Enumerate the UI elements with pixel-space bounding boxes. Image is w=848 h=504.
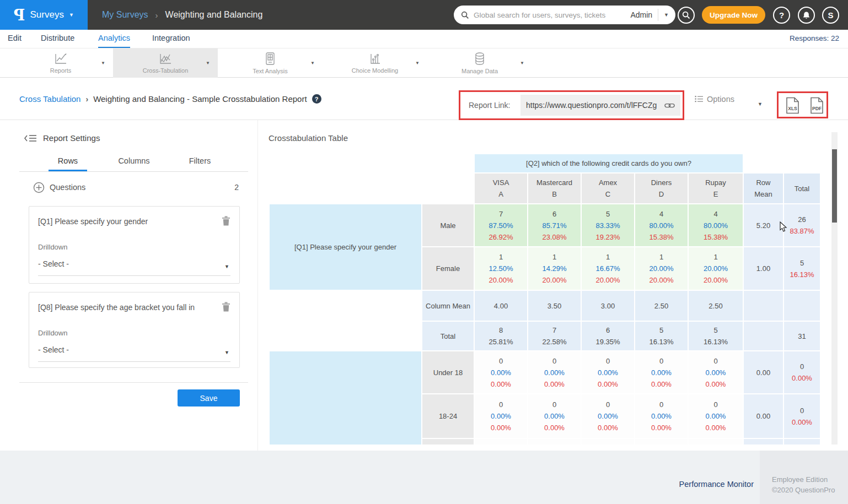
global-search: Admin ▼	[454, 6, 675, 24]
nav-edit[interactable]: Edit	[8, 30, 22, 48]
report-link-field[interactable]: https://www.questionpro.com/t/lFFCZg	[520, 95, 680, 116]
toolbar-choice-modelling[interactable]: Choice Modelling ▼	[323, 48, 427, 78]
collapse-panel-icon[interactable]	[23, 134, 37, 143]
breadcrumb-separator-icon: ›	[155, 10, 158, 20]
data-cell: 00.00%0.00%	[475, 351, 527, 393]
help-button[interactable]: ?	[773, 7, 790, 24]
toolbar-label: Text Analysis	[253, 68, 288, 74]
data-cell: 00.00%0.00%	[635, 351, 688, 393]
edition-info: Employee Edition ©2020 QuestionPro	[772, 474, 835, 495]
survey-nav: Edit Distribute Analytics Integration Re…	[0, 30, 848, 48]
total-cell: 00.00%	[784, 394, 820, 438]
product-switcher[interactable]: P Surveys ▼	[0, 0, 88, 30]
chevron-down-icon[interactable]: ▼	[415, 61, 420, 66]
toolbar-manage-data[interactable]: Manage Data ▼	[427, 48, 532, 78]
performance-monitor-link[interactable]: Performance Monitor	[640, 480, 754, 489]
analytics-toolbar: Reports ▼ Cross-Tabulation ▼ Text Analys…	[0, 48, 848, 78]
data-cell: 3.50	[528, 291, 581, 321]
delete-question-icon[interactable]	[222, 216, 230, 226]
questions-count: 2	[234, 183, 239, 192]
data-cell: 480.00%15.38%	[635, 204, 688, 246]
drilldown-select[interactable]: - Select - ▼	[38, 345, 230, 362]
data-cell: 00.00%0.00%	[528, 351, 581, 393]
data-cell: 00.00%0.00%	[689, 351, 743, 393]
delete-question-icon[interactable]	[222, 302, 230, 312]
pdf-file-icon: PDF	[809, 97, 824, 114]
chevron-down-icon: ▼	[224, 264, 229, 269]
crosstab-title: Crosstabulation Table	[269, 133, 348, 143]
question-title: [Q8] Please specify the age bracket you …	[38, 303, 214, 312]
total-cell	[784, 291, 820, 321]
drilldown-label: Drilldown	[38, 243, 67, 251]
tab-filters[interactable]: Filters	[179, 156, 221, 171]
row-mean-cell: 1.00	[744, 247, 783, 290]
question-card-q8: [Q8] Please specify the age bracket you …	[29, 292, 240, 368]
total-cell: 2683.87%	[784, 204, 820, 246]
toolbar-cross-tabulation[interactable]: Cross-Tabulation ▼	[113, 48, 218, 78]
export-xls-button[interactable]: XLS	[785, 97, 800, 114]
global-search-input[interactable]	[474, 11, 630, 19]
data-cell: 00.00%0.00%	[582, 351, 634, 393]
account-avatar[interactable]: S	[822, 7, 839, 24]
total-cell: 00.00%	[784, 351, 820, 393]
search-button[interactable]	[678, 7, 695, 24]
tab-divider	[19, 171, 248, 172]
search-divider	[658, 9, 658, 21]
options-button[interactable]: Options	[695, 78, 734, 120]
row-label-cell: 18-24	[422, 394, 474, 438]
nav-integration[interactable]: Integration	[152, 30, 190, 48]
column-header-rupay: RupayE	[689, 174, 743, 203]
chevron-down-icon[interactable]: ▼	[310, 61, 315, 66]
chevron-down-icon[interactable]: ▼	[520, 61, 524, 66]
data-cell: 114.29%20.00%	[528, 247, 581, 290]
toolbar-label: Reports	[50, 67, 72, 74]
upgrade-now-button[interactable]: Upgrade Now	[702, 6, 765, 24]
data-cell: 722.58%	[528, 322, 581, 350]
help-icon[interactable]: ?	[312, 94, 321, 104]
data-cell: 480.00%15.38%	[689, 204, 743, 246]
chevron-down-icon[interactable]: ▼	[101, 61, 105, 66]
cross-tabulation-link[interactable]: Cross Tabulation	[19, 94, 80, 104]
report-settings-title: Report Settings	[43, 133, 100, 143]
save-button[interactable]: Save	[178, 389, 240, 407]
column-header-amex: AmexC	[582, 174, 634, 203]
row-mean-cell: 0.00	[744, 394, 783, 438]
nav-analytics[interactable]: Analytics	[98, 30, 130, 48]
data-cell	[635, 439, 688, 445]
question-mark-icon: ?	[779, 10, 784, 20]
export-pdf-button[interactable]: PDF	[809, 97, 824, 114]
question-title: [Q1] Please specify your gender	[38, 217, 214, 226]
spacer-cell	[744, 154, 783, 172]
drilldown-select[interactable]: - Select - ▼	[38, 259, 230, 276]
search-scope-chevron-icon[interactable]: ▼	[664, 12, 669, 18]
select-value: - Select -	[38, 259, 69, 268]
options-chevron-icon[interactable]: ▼	[758, 101, 763, 107]
tab-columns[interactable]: Columns	[112, 156, 156, 171]
product-name: Surveys	[30, 9, 63, 20]
question-card-q1: [Q1] Please specify your gender Drilldow…	[29, 206, 240, 284]
nav-distribute[interactable]: Distribute	[41, 30, 74, 48]
toolbar-reports[interactable]: Reports ▼	[8, 48, 113, 78]
drilldown-label: Drilldown	[38, 329, 67, 337]
data-cell: 583.33%19.23%	[582, 204, 634, 246]
breadcrumb-separator-icon: ›	[85, 95, 88, 104]
chevron-down-icon[interactable]: ▼	[206, 61, 210, 66]
link-icon[interactable]	[664, 102, 675, 109]
total-cell: 31	[784, 322, 820, 350]
report-link-url[interactable]: https://www.questionpro.com/t/lFFCZg	[526, 101, 664, 110]
notifications-button[interactable]	[798, 7, 815, 24]
questions-header: Questions 2	[29, 181, 240, 196]
report-breadcrumb: Cross Tabulation › Weighting and Balanci…	[19, 78, 321, 120]
questionpro-logo-icon: P	[14, 7, 25, 24]
panel-divider	[19, 382, 248, 383]
add-question-icon[interactable]	[33, 182, 45, 193]
data-cell: 00.00%0.00%	[528, 394, 581, 438]
tab-rows[interactable]: Rows	[49, 156, 87, 171]
search-scope[interactable]: Admin	[630, 10, 652, 19]
data-cell: 00.00%0.00%	[635, 394, 688, 438]
data-cell: 516.13%	[635, 322, 688, 350]
vertical-scrollbar-thumb[interactable]	[832, 149, 837, 223]
data-cell	[475, 439, 527, 445]
breadcrumb-my-surveys[interactable]: My Surveys	[102, 10, 148, 20]
toolbar-text-analysis[interactable]: Text Analysis ▼	[218, 48, 323, 78]
